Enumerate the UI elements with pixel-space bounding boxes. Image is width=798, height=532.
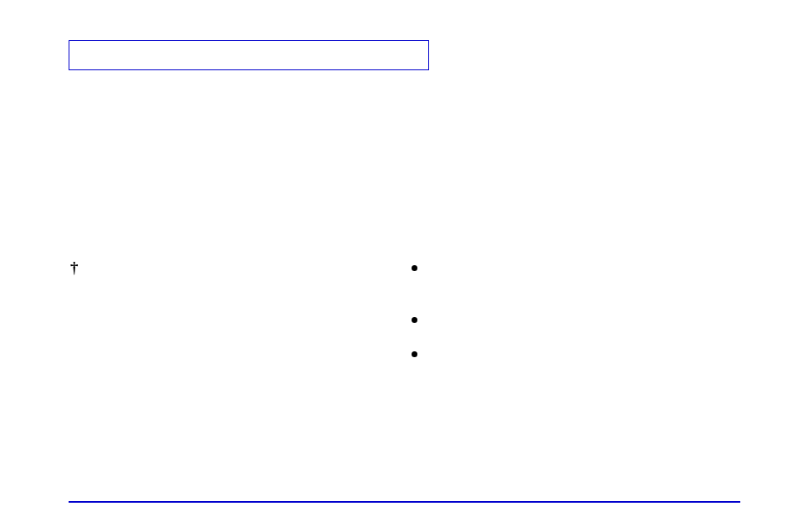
dagger-symbol: † (70, 258, 79, 277)
title-box (69, 40, 429, 70)
horizontal-rule (69, 501, 740, 503)
